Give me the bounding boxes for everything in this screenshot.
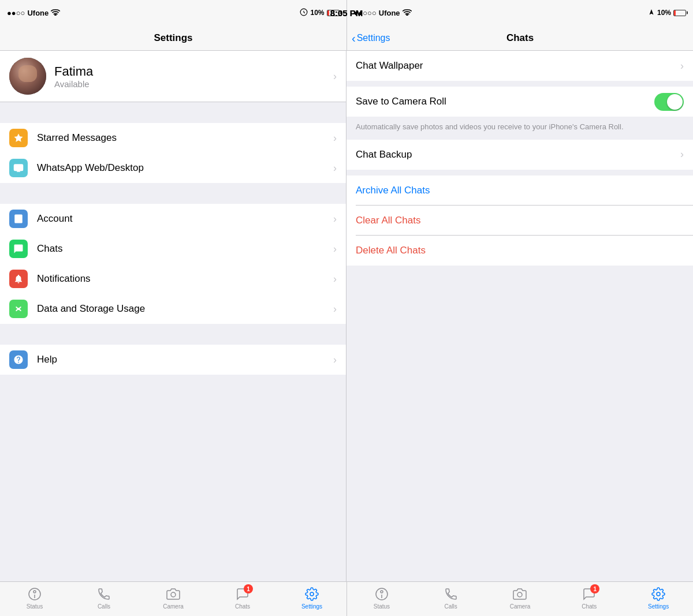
account-label: Account	[37, 213, 333, 225]
notifications-item[interactable]: Notifications ›	[0, 264, 346, 294]
chat-actions-section: Archive All Chats Clear All Chats Delete…	[346, 176, 693, 266]
settings-tab-icon	[304, 586, 320, 602]
status-tab-label: Status	[27, 603, 43, 610]
back-chevron-icon: ‹	[352, 32, 356, 44]
profile-chevron-icon: ›	[333, 70, 337, 83]
svg-point-9	[310, 592, 314, 596]
whatsapp-web-label: WhatsApp Web/Desktop	[37, 162, 333, 174]
right-carrier: Ufone	[379, 9, 400, 17]
svg-point-7	[33, 591, 36, 593]
camera-roll-label: Save to Camera Roll	[356, 96, 654, 107]
dual-status-bar: ●●○○ Ufone 8:05 PM 10%	[0, 0, 693, 25]
wallpaper-section: Chat Wallpaper ›	[346, 51, 693, 81]
left-status-bar: ●●○○ Ufone 8:05 PM 10%	[0, 0, 346, 25]
svg-point-2	[407, 14, 408, 16]
tab-item-settings-left[interactable]: Settings	[277, 586, 346, 610]
camera-tab-label-right: Camera	[510, 603, 531, 610]
calls-tab-label: Calls	[98, 603, 110, 610]
left-signal-dots: ●●○○	[7, 9, 25, 17]
backup-label: Chat Backup	[356, 149, 680, 160]
back-label: Settings	[357, 33, 390, 43]
section-gap-2	[0, 183, 346, 204]
profile-info: Fatima Available	[54, 64, 325, 89]
account-item[interactable]: Account ›	[0, 204, 346, 234]
left-tab-bar: Status Calls Camera	[0, 582, 346, 616]
left-signal: ●●○○ Ufone	[7, 9, 60, 17]
left-wifi-icon	[51, 9, 60, 17]
avatar	[9, 58, 46, 95]
right-location-icon	[648, 8, 655, 18]
left-lock-icon	[300, 8, 308, 18]
status-tab-icon	[27, 586, 43, 602]
calls-tab-label-right: Calls	[445, 603, 457, 610]
chats-settings-item[interactable]: Chats ›	[0, 234, 346, 264]
help-item[interactable]: Help ›	[0, 345, 346, 375]
camera-roll-section: Save to Camera Roll	[346, 87, 693, 117]
backup-chevron-icon: ›	[680, 148, 684, 160]
status-tab-label-right: Status	[374, 603, 390, 610]
right-gap-1	[346, 81, 693, 87]
backup-item[interactable]: Chat Backup ›	[346, 140, 693, 170]
back-button[interactable]: ‹ Settings	[352, 32, 390, 44]
camera-roll-toggle[interactable]	[654, 93, 684, 111]
chats-tab-badge: 1	[244, 584, 253, 593]
settings-tab-icon-right	[650, 586, 666, 602]
help-icon	[9, 350, 28, 369]
tab-item-chats-right[interactable]: 1 Chats	[554, 586, 624, 610]
chats-tab-icon-right: 1	[581, 586, 597, 602]
starred-messages-item[interactable]: Starred Messages ›	[0, 123, 346, 153]
help-chevron-icon: ›	[333, 354, 337, 366]
wallpaper-item[interactable]: Chat Wallpaper ›	[346, 51, 693, 81]
right-panel: Chat Wallpaper › Save to Camera Roll Aut…	[346, 51, 693, 581]
left-nav-title: Settings	[154, 32, 192, 44]
left-carrier: Ufone	[27, 9, 49, 17]
clear-all-item[interactable]: Clear All Chats	[346, 206, 693, 236]
profile-row[interactable]: Fatima Available ›	[0, 51, 346, 102]
svg-point-5	[17, 216, 20, 219]
delete-all-item[interactable]: Delete All Chats	[346, 236, 693, 266]
notifications-label: Notifications	[37, 273, 333, 285]
section-gap-3	[0, 324, 346, 345]
tab-item-status-left[interactable]: Status	[0, 586, 69, 610]
tab-item-status-right[interactable]: Status	[347, 586, 416, 610]
notifications-chevron-icon: ›	[333, 273, 337, 285]
chats-tab-icon: 1	[234, 586, 251, 602]
tab-item-camera-left[interactable]: Camera	[139, 586, 208, 610]
right-status-bar: ●●○○○ Ufone 8:05 PM 10%	[347, 0, 694, 25]
starred-messages-icon	[9, 129, 28, 147]
tab-item-calls-right[interactable]: Calls	[416, 586, 486, 610]
chats-tab-badge-right: 1	[590, 584, 599, 593]
whatsapp-web-item[interactable]: WhatsApp Web/Desktop ›	[0, 153, 346, 183]
tab-item-settings-right[interactable]: Settings	[624, 586, 693, 610]
camera-roll-item[interactable]: Save to Camera Roll	[346, 87, 693, 117]
left-panel: Fatima Available › Starred Messages ›	[0, 51, 346, 581]
calls-tab-icon-right	[443, 586, 459, 602]
delete-all-label: Delete All Chats	[356, 245, 426, 256]
dual-tab-bar: Status Calls Camera	[0, 581, 693, 616]
chats-tab-label-right: Chats	[582, 603, 597, 610]
tab-item-calls-left[interactable]: Calls	[69, 586, 139, 610]
data-storage-item[interactable]: Data and Storage Usage ›	[0, 294, 346, 324]
right-wifi-icon	[403, 9, 412, 17]
dual-content: Fatima Available › Starred Messages ›	[0, 51, 693, 581]
right-nav-title: Chats	[506, 32, 534, 44]
data-storage-chevron-icon: ›	[333, 303, 337, 315]
help-label: Help	[37, 354, 333, 365]
starred-messages-label: Starred Messages	[37, 132, 333, 144]
archive-all-label: Archive All Chats	[356, 185, 430, 196]
profile-status: Available	[54, 79, 325, 89]
right-battery-percent: 10%	[657, 9, 671, 17]
svg-rect-3	[14, 165, 23, 171]
svg-point-13	[657, 592, 660, 596]
tab-item-chats-left[interactable]: 1 Chats	[208, 586, 277, 610]
notifications-icon	[9, 270, 28, 288]
right-battery-icon	[673, 10, 686, 16]
dual-nav-bar: Settings ‹ Settings Chats	[0, 25, 693, 51]
right-tab-bar: Status Calls Camera	[346, 582, 693, 616]
right-nav-bar: ‹ Settings Chats	[346, 25, 693, 50]
camera-tab-label: Camera	[163, 603, 184, 610]
profile-name: Fatima	[54, 64, 325, 79]
calls-tab-icon	[96, 586, 112, 602]
tab-item-camera-right[interactable]: Camera	[486, 586, 555, 610]
archive-all-item[interactable]: Archive All Chats	[346, 176, 693, 206]
